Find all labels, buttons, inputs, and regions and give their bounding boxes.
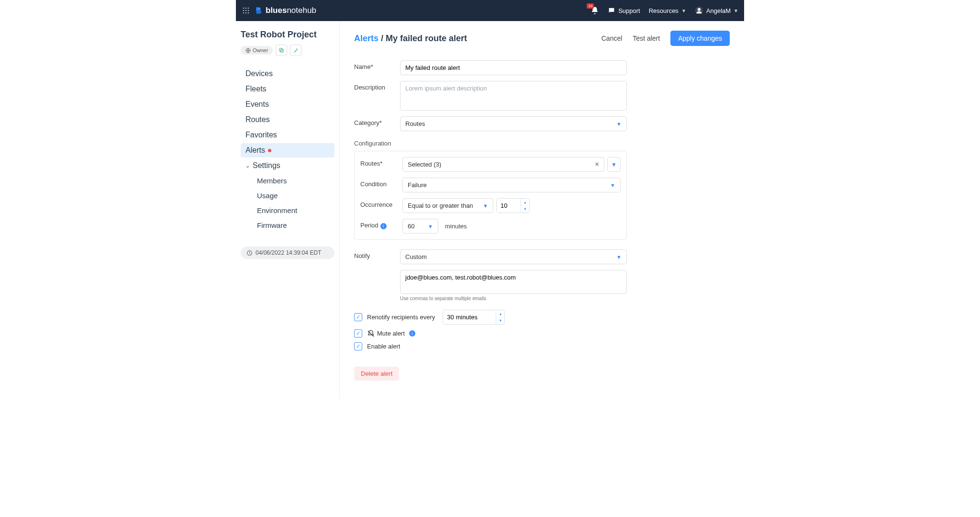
logo-text-light: notehub [287, 6, 316, 15]
sidebar: Test Robot Project Owner Devices Fleets … [236, 21, 340, 400]
breadcrumb-page: My failed route alert [386, 34, 467, 43]
occurrence-label: Occurrence [360, 198, 402, 208]
svg-point-7 [245, 12, 247, 14]
user-menu[interactable]: AngelaM ▼ [695, 6, 738, 15]
svg-point-3 [243, 10, 245, 11]
copy-button[interactable] [276, 45, 287, 56]
alert-dot-icon [268, 149, 271, 152]
notify-select[interactable]: Custom ▼ [400, 249, 627, 264]
mute-checkbox[interactable]: ✓ [354, 329, 362, 337]
chat-icon [608, 7, 615, 14]
step-down-icon[interactable]: ▼ [496, 317, 504, 325]
cancel-button[interactable]: Cancel [601, 34, 623, 42]
project-title: Test Robot Project [241, 30, 334, 40]
app-grid-icon[interactable] [242, 6, 250, 15]
breadcrumb: Alerts / My failed route alert [354, 34, 467, 44]
nav-firmware[interactable]: Firmware [241, 218, 334, 232]
nav-events[interactable]: Events [241, 97, 334, 112]
condition-select[interactable]: Failure ▼ [402, 178, 621, 192]
support-link[interactable]: Support [608, 7, 640, 14]
bell-off-icon [367, 330, 375, 337]
renotify-interval-stepper[interactable]: ▲▼ [443, 310, 505, 325]
apply-changes-button[interactable]: Apply changes [670, 31, 730, 46]
routes-select[interactable]: Selected (3) ✕ [402, 157, 604, 172]
name-label: Name* [354, 60, 400, 70]
user-icon [695, 6, 703, 15]
logo[interactable]: bluesnotehub [254, 6, 316, 15]
clear-icon[interactable]: ✕ [595, 161, 599, 168]
occurrence-count-stepper[interactable]: ▲▼ [496, 198, 530, 213]
step-up-icon[interactable]: ▲ [496, 310, 504, 317]
svg-point-10 [698, 8, 701, 11]
test-alert-button[interactable]: Test alert [633, 34, 660, 42]
category-label: Category* [354, 116, 400, 126]
chevron-down-icon: ▼ [610, 182, 615, 188]
nav-favorites[interactable]: Favorites [241, 128, 334, 142]
svg-point-6 [243, 12, 245, 14]
svg-rect-12 [280, 49, 283, 52]
nav-settings[interactable]: ⌄Settings [241, 158, 334, 173]
nav-usage[interactable]: Usage [241, 189, 334, 202]
notifications-icon[interactable]: 18 [590, 6, 599, 15]
description-label: Description [354, 81, 400, 91]
chevron-down-icon: ▼ [616, 121, 622, 127]
enable-checkbox[interactable]: ✓ [354, 342, 362, 350]
svg-point-0 [243, 8, 245, 9]
renotify-label: Renotify recipients every [367, 314, 435, 321]
occurrence-operator-select[interactable]: Equal to or greater than ▼ [402, 198, 493, 213]
info-icon[interactable]: i [409, 330, 415, 337]
mute-label: Mute alert i [367, 330, 415, 337]
chevron-down-icon: ▼ [611, 161, 617, 168]
main: Alerts / My failed route alert Cancel Te… [340, 21, 744, 400]
svg-point-1 [245, 8, 247, 9]
step-up-icon[interactable]: ▲ [521, 199, 529, 206]
chevron-down-icon: ▼ [483, 203, 488, 209]
chevron-down-icon: ▼ [428, 224, 433, 229]
routes-dropdown-button[interactable]: ▼ [607, 157, 621, 172]
name-input[interactable] [400, 60, 627, 75]
globe-icon [245, 48, 251, 53]
resources-menu[interactable]: Resources ▼ [649, 7, 686, 14]
notify-emails-input[interactable]: jdoe@blues.com, test.robot@blues.com [400, 270, 627, 294]
chevron-down-icon: ▼ [681, 8, 686, 13]
nav-devices[interactable]: Devices [241, 67, 334, 81]
svg-point-4 [245, 10, 247, 11]
nav-fleets[interactable]: Fleets [241, 82, 334, 96]
notify-help-text: Use commas to separate multiple emails [400, 296, 627, 301]
svg-rect-13 [279, 48, 282, 51]
period-label: Periodi [360, 219, 402, 229]
logo-text-bold: blues [266, 6, 287, 15]
period-unit: minutes [445, 223, 467, 230]
chevron-down-icon: ▼ [616, 254, 622, 260]
clock-icon [246, 250, 253, 256]
svg-point-5 [248, 10, 249, 11]
notify-label: Notify [354, 249, 400, 259]
period-select[interactable]: 60 ▼ [402, 219, 438, 234]
nav-routes[interactable]: Routes [241, 112, 334, 127]
nav-environment[interactable]: Environment [241, 203, 334, 217]
condition-label: Condition [360, 178, 402, 188]
chevron-down-icon: ⌄ [245, 163, 250, 169]
nav-alerts[interactable]: Alerts [241, 143, 334, 157]
routes-label: Routes* [360, 157, 402, 167]
configuration-box: Routes* Selected (3) ✕ ▼ Condition Fa [354, 151, 627, 240]
info-icon[interactable]: i [380, 223, 387, 229]
logo-mark-icon [254, 6, 263, 15]
configuration-label: Configuration [354, 140, 627, 147]
topbar: bluesnotehub 18 Support Resources ▼ Ange… [236, 0, 744, 21]
timestamp: 04/06/2022 14:39:04 EDT [241, 247, 334, 259]
svg-point-8 [248, 12, 249, 14]
step-down-icon[interactable]: ▼ [521, 206, 529, 213]
breadcrumb-root[interactable]: Alerts [354, 34, 379, 43]
svg-point-2 [248, 8, 249, 9]
description-input[interactable] [400, 81, 627, 111]
delete-alert-button[interactable]: Delete alert [354, 367, 399, 381]
notification-badge: 18 [587, 3, 594, 9]
pin-button[interactable] [290, 45, 301, 56]
enable-label: Enable alert [367, 343, 400, 350]
renotify-checkbox[interactable]: ✓ [354, 313, 362, 321]
chevron-down-icon: ▼ [734, 8, 738, 13]
category-select[interactable]: Routes ▼ [400, 116, 627, 131]
nav-members[interactable]: Members [241, 174, 334, 188]
owner-pill: Owner [241, 46, 273, 55]
